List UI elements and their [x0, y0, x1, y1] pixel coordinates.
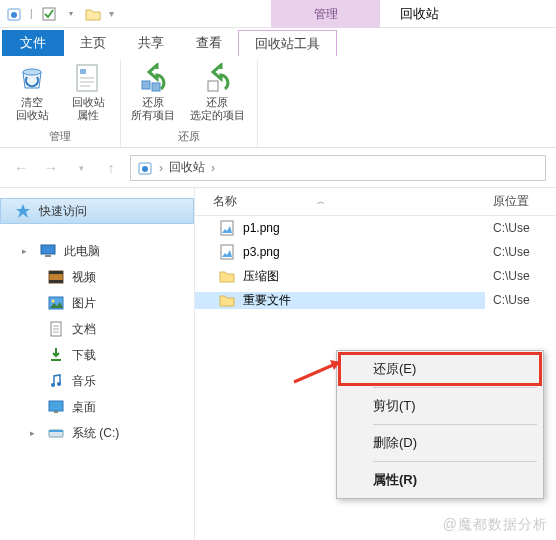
nav-videos[interactable]: 视频	[0, 264, 194, 290]
label: 图片	[72, 295, 96, 312]
pc-icon	[40, 243, 56, 259]
context-menu: 还原(E) 剪切(T) 删除(D) 属性(R)	[336, 350, 544, 499]
navigation-pane: 快速访问 ▸ 此电脑 视频 图片	[0, 188, 195, 540]
watermark: @魔都数据分析	[443, 516, 548, 534]
restore-all-button[interactable]: 还原 所有项目	[129, 60, 177, 127]
ribbon-tabs: 管理 回收站 文件 主页 共享 查看 回收站工具	[0, 28, 556, 56]
svg-rect-18	[49, 271, 63, 274]
svg-point-3	[23, 69, 41, 75]
tab-file[interactable]: 文件	[2, 30, 64, 56]
tab-recycle-tools[interactable]: 回收站工具	[238, 30, 337, 56]
documents-icon	[48, 321, 64, 337]
empty-recycle-button[interactable]: 清空 回收站	[8, 60, 56, 127]
svg-rect-26	[51, 359, 61, 361]
nav-pictures[interactable]: 图片	[0, 290, 194, 316]
drive-icon	[48, 425, 64, 441]
nav-this-pc[interactable]: ▸ 此电脑	[0, 238, 194, 264]
image-file-icon	[219, 244, 235, 260]
nav-documents[interactable]: 文档	[0, 316, 194, 342]
label: 快速访问	[39, 203, 87, 220]
chevron-right-icon: ▸	[30, 428, 40, 438]
svg-rect-29	[49, 401, 63, 411]
svg-rect-32	[49, 430, 63, 432]
ctx-sep	[373, 387, 537, 388]
folder-icon	[219, 268, 235, 284]
pictures-icon	[48, 295, 64, 311]
ctx-properties[interactable]: 属性(R)	[339, 464, 541, 496]
window-title: 回收站	[400, 0, 439, 28]
label: 下载	[72, 347, 96, 364]
col-location[interactable]: 原位置	[485, 188, 556, 215]
file-name: p1.png	[243, 221, 280, 235]
label: 文档	[72, 321, 96, 338]
file-name: 压缩图	[243, 268, 279, 285]
svg-point-27	[51, 383, 55, 387]
nav-quick-access[interactable]: 快速访问	[0, 198, 194, 224]
file-location: C:\Use	[485, 221, 556, 235]
file-location: C:\Use	[485, 245, 556, 259]
file-name: 重要文件	[243, 292, 291, 309]
breadcrumb-root[interactable]: 回收站	[169, 159, 205, 176]
restore-selected-icon	[201, 62, 233, 94]
properties-icon	[72, 62, 104, 94]
checkbox-icon[interactable]	[41, 6, 57, 22]
address-field[interactable]: › 回收站 ›	[130, 155, 546, 181]
label: 桌面	[72, 399, 96, 416]
tab-view[interactable]: 查看	[180, 30, 238, 56]
svg-marker-14	[16, 204, 30, 218]
svg-rect-11	[208, 81, 218, 91]
col-name[interactable]: 名称 ︿	[195, 188, 485, 215]
svg-point-1	[11, 12, 17, 18]
svg-point-28	[57, 382, 61, 386]
ribbon-group-manage: 清空 回收站 回收站 属性 管理	[0, 60, 121, 147]
recycle-bin-icon	[6, 6, 22, 22]
svg-rect-16	[45, 255, 51, 257]
group-label: 管理	[49, 127, 71, 147]
label: 视频	[72, 269, 96, 286]
file-row[interactable]: p3.pngC:\Use	[195, 240, 556, 264]
nav-back-button[interactable]: ←	[10, 157, 32, 179]
folder-icon[interactable]	[85, 6, 101, 22]
file-location: C:\Use	[485, 293, 556, 307]
label: 音乐	[72, 373, 96, 390]
nav-recent-dropdown[interactable]: ▾	[70, 157, 92, 179]
file-row[interactable]: p1.pngC:\Use	[195, 216, 556, 240]
file-row[interactable]: 压缩图C:\Use	[195, 264, 556, 288]
ctx-delete[interactable]: 删除(D)	[339, 427, 541, 459]
svg-rect-19	[49, 280, 63, 283]
quick-access-toolbar: | ▾ ▾	[0, 0, 122, 27]
nav-forward-button[interactable]: →	[40, 157, 62, 179]
chevron-down-icon[interactable]: ▾	[63, 6, 79, 22]
qat-dropdown[interactable]: ▾	[109, 8, 114, 19]
ctx-cut[interactable]: 剪切(T)	[339, 390, 541, 422]
ctx-sep	[373, 424, 537, 425]
desktop-icon	[48, 399, 64, 415]
file-location: C:\Use	[485, 269, 556, 283]
recycle-properties-button[interactable]: 回收站 属性	[64, 60, 112, 127]
folder-icon	[219, 292, 235, 308]
file-row[interactable]: 重要文件C:\Use	[195, 288, 556, 312]
recycle-bin-icon	[16, 62, 48, 94]
tab-home[interactable]: 主页	[64, 30, 122, 56]
chevron-right-icon: ▸	[22, 246, 32, 256]
video-icon	[48, 269, 64, 285]
ctx-restore[interactable]: 还原(E)	[339, 353, 541, 385]
ribbon: 清空 回收站 回收站 属性 管理 还原 所有项目 还原	[0, 56, 556, 148]
column-headers: 名称 ︿ 原位置	[195, 188, 556, 216]
star-icon	[15, 203, 31, 219]
crumb-sep: ›	[211, 161, 215, 175]
nav-up-button[interactable]: ↑	[100, 157, 122, 179]
nav-desktop[interactable]: 桌面	[0, 394, 194, 420]
nav-music[interactable]: 音乐	[0, 368, 194, 394]
svg-rect-9	[142, 81, 150, 89]
address-bar: ← → ▾ ↑ › 回收站 ›	[0, 148, 556, 188]
svg-point-21	[52, 300, 55, 303]
context-tab-manage: 管理	[271, 0, 380, 28]
restore-selected-button[interactable]: 还原 选定的项目	[185, 60, 249, 127]
download-icon	[48, 347, 64, 363]
svg-point-13	[142, 166, 148, 172]
tab-share[interactable]: 共享	[122, 30, 180, 56]
ctx-sep	[373, 461, 537, 462]
nav-drive-c[interactable]: ▸ 系统 (C:)	[0, 420, 194, 446]
nav-downloads[interactable]: 下载	[0, 342, 194, 368]
